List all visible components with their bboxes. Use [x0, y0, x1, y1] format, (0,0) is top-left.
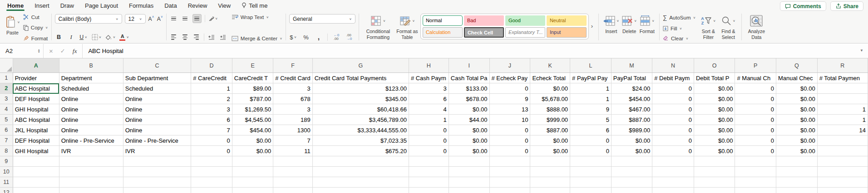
- cell-E9[interactable]: [232, 156, 273, 167]
- cell-J4[interactable]: 13: [489, 104, 530, 115]
- cell-J7[interactable]: 0: [489, 135, 530, 146]
- cell-J12[interactable]: [489, 188, 530, 193]
- insert-function-button[interactable]: fx: [73, 48, 77, 55]
- cell-G11[interactable]: [312, 177, 409, 188]
- cell-R12[interactable]: [817, 188, 868, 193]
- cell-P3[interactable]: 0: [735, 94, 776, 104]
- currency-button[interactable]: $∨: [289, 33, 297, 41]
- delete-cells-button[interactable]: ∨ Delete: [621, 13, 638, 42]
- cell-Q9[interactable]: [776, 156, 817, 167]
- cell-Q6[interactable]: $0.00: [776, 125, 817, 135]
- cell-D1[interactable]: # CareCredit: [191, 73, 232, 83]
- cell-O12[interactable]: [694, 188, 735, 193]
- row-header-5[interactable]: 5: [0, 115, 13, 125]
- cell-N9[interactable]: [652, 156, 694, 167]
- cell-J11[interactable]: [489, 177, 530, 188]
- cell-E6[interactable]: $454.00: [232, 125, 273, 135]
- cell-M12[interactable]: [611, 188, 652, 193]
- cell-H4[interactable]: 4: [409, 104, 449, 115]
- cell-L2[interactable]: 1: [570, 83, 612, 94]
- shrink-font-button[interactable]: A∨: [157, 16, 163, 22]
- font-family-combo[interactable]: Calibri (Body) ∨: [55, 14, 122, 24]
- cell-P2[interactable]: 0: [735, 83, 776, 94]
- cell-G2[interactable]: $123.00: [312, 83, 409, 94]
- cell-K6[interactable]: $887.00: [530, 125, 570, 135]
- tab-review[interactable]: Review: [187, 0, 208, 11]
- comma-button[interactable]: ,: [315, 33, 323, 41]
- cell-P7[interactable]: 0: [735, 135, 776, 146]
- cell-E10[interactable]: [232, 167, 273, 177]
- increase-indent-button[interactable]: [219, 33, 227, 41]
- format-cells-button[interactable]: ∨ Format: [638, 13, 656, 42]
- cell-R10[interactable]: [817, 167, 868, 177]
- cell-K3[interactable]: $5,678.00: [530, 94, 570, 104]
- cell-K5[interactable]: $999.00: [530, 115, 570, 125]
- cell-J9[interactable]: [489, 156, 530, 167]
- cell-I7[interactable]: $0.00: [449, 135, 489, 146]
- cell-M4[interactable]: $467.00: [611, 104, 652, 115]
- cell-D8[interactable]: 0: [191, 146, 232, 156]
- cell-R2[interactable]: [817, 83, 868, 94]
- cell-E11[interactable]: [232, 177, 273, 188]
- cell-C3[interactable]: Online: [123, 94, 191, 104]
- cell-C10[interactable]: [123, 167, 191, 177]
- column-header-G[interactable]: G: [312, 58, 409, 73]
- cut-button[interactable]: Cut: [23, 14, 48, 20]
- cell-O3[interactable]: $0.00: [694, 94, 735, 104]
- column-header-D[interactable]: D: [191, 58, 232, 73]
- cell-E2[interactable]: $89.00: [232, 83, 273, 94]
- cell-L4[interactable]: 9: [570, 104, 612, 115]
- cell-E4[interactable]: $1,269.50: [232, 104, 273, 115]
- autosum-button[interactable]: ∑ AutoSum ∨: [663, 14, 695, 21]
- cell-I11[interactable]: [449, 177, 489, 188]
- style-good[interactable]: Good: [505, 15, 545, 26]
- cell-P5[interactable]: 0: [735, 115, 776, 125]
- cell-I10[interactable]: [449, 167, 489, 177]
- cell-N8[interactable]: 0: [652, 146, 694, 156]
- cell-O10[interactable]: [694, 167, 735, 177]
- cell-R1[interactable]: # Total Paymen: [817, 73, 868, 83]
- select-all-button[interactable]: [0, 58, 13, 73]
- column-header-E[interactable]: E: [232, 58, 273, 73]
- column-header-H[interactable]: H: [409, 58, 449, 73]
- cell-M9[interactable]: [611, 156, 652, 167]
- fill-button[interactable]: Fill ∨: [663, 26, 695, 31]
- cell-R11[interactable]: [817, 177, 868, 188]
- cell-F2[interactable]: 3: [273, 83, 312, 94]
- clear-button[interactable]: Clear ∨: [663, 36, 695, 41]
- align-middle-button[interactable]: [181, 14, 189, 23]
- cell-H8[interactable]: 0: [409, 146, 449, 156]
- tab-home[interactable]: Home: [6, 0, 25, 11]
- decrease-decimal-button[interactable]: ←0.00: [332, 33, 340, 41]
- cell-G1[interactable]: Credit Card Total Payments: [312, 73, 409, 83]
- cell-G4[interactable]: $60,418.66: [312, 104, 409, 115]
- cell-A10[interactable]: [13, 167, 59, 177]
- cell-L9[interactable]: [570, 156, 612, 167]
- cell-R5[interactable]: 1: [817, 115, 868, 125]
- cell-D2[interactable]: 1: [191, 83, 232, 94]
- enter-check-icon[interactable]: ✓: [60, 48, 65, 54]
- font-size-combo[interactable]: 12 ∨: [125, 14, 146, 24]
- cell-G6[interactable]: $3,333,444,555.00: [312, 125, 409, 135]
- cell-P6[interactable]: 0: [735, 125, 776, 135]
- cell-D4[interactable]: 3: [191, 104, 232, 115]
- column-header-K[interactable]: K: [530, 58, 570, 73]
- cell-A1[interactable]: Provider: [13, 73, 59, 83]
- cell-L1[interactable]: # PayPal Pay: [570, 73, 612, 83]
- styles-gallery-more-button[interactable]: ›: [589, 13, 595, 39]
- orientation-button[interactable]: ∨: [208, 14, 218, 23]
- cell-D11[interactable]: [191, 177, 232, 188]
- cell-O5[interactable]: $0.00: [694, 115, 735, 125]
- cell-C6[interactable]: Online: [123, 125, 191, 135]
- cell-O1[interactable]: Debit Total P: [694, 73, 735, 83]
- column-header-F[interactable]: F: [273, 58, 312, 73]
- cell-O11[interactable]: [694, 177, 735, 188]
- cell-L12[interactable]: [570, 188, 612, 193]
- column-header-P[interactable]: P: [735, 58, 776, 73]
- number-format-combo[interactable]: General ∨: [289, 14, 355, 24]
- cell-A3[interactable]: DEF Hospital: [13, 94, 59, 104]
- cell-D12[interactable]: [191, 188, 232, 193]
- column-header-C[interactable]: C: [123, 58, 191, 73]
- comments-button[interactable]: Comments: [780, 1, 826, 11]
- cell-C8[interactable]: IVR: [123, 146, 191, 156]
